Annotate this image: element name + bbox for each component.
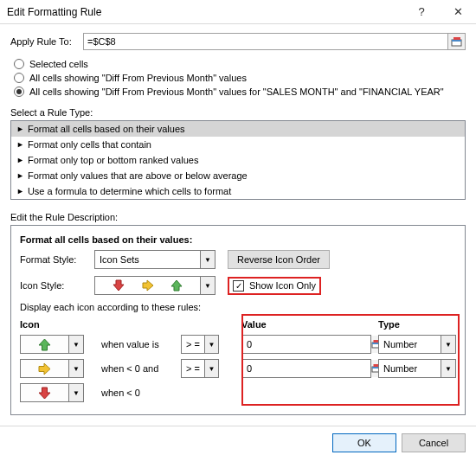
chevron-down-icon[interactable]: ▼ (68, 360, 83, 377)
arrow-down-icon (38, 387, 51, 400)
window-title: Edit Formatting Rule (7, 6, 403, 18)
chevron-down-icon[interactable]: ▼ (68, 384, 83, 401)
col-value-header: Value (241, 319, 371, 330)
chevron-right-icon: ► (16, 156, 24, 164)
col-type-header: Type (378, 319, 456, 330)
format-style-label: Format Style: (20, 254, 94, 265)
rule-type-item[interactable]: ►Use a formula to determine which cells … (11, 183, 465, 199)
arrow-down-icon (113, 279, 125, 292)
chevron-right-icon: ► (16, 125, 24, 133)
value-input[interactable] (241, 359, 371, 378)
icon-picker[interactable]: ▼ (20, 335, 84, 354)
rule-type-item[interactable]: ►Format all cells based on their values (11, 121, 465, 137)
chevron-down-icon[interactable]: ▼ (200, 277, 215, 294)
display-rules-label: Display each icon according to these rul… (20, 302, 456, 312)
rule-type-item[interactable]: ►Format only cells that contain (11, 137, 465, 152)
icon-picker[interactable]: ▼ (20, 359, 84, 378)
edit-rule-desc-label: Edit the Rule Description: (10, 212, 466, 222)
value-input[interactable] (241, 335, 371, 354)
arrow-up-icon (38, 338, 51, 351)
format-style-combo[interactable]: Icon Sets ▼ (94, 250, 215, 269)
apply-rule-label: Apply Rule To: (10, 36, 78, 47)
chevron-down-icon[interactable]: ▼ (441, 336, 455, 353)
radio-all-cells-fields[interactable] (14, 87, 24, 97)
show-icon-only-checkbox[interactable]: ✓ (233, 280, 244, 292)
cancel-button[interactable]: Cancel (402, 433, 466, 452)
svg-rect-1 (452, 40, 461, 42)
radio-label: All cells showing "Diff From Previous Mo… (29, 73, 247, 83)
operator-combo[interactable]: > =▼ (181, 335, 219, 354)
chevron-right-icon: ► (16, 171, 24, 180)
chevron-down-icon[interactable]: ▼ (204, 360, 218, 377)
desc-heading: Format all cells based on their values: (20, 234, 456, 245)
value-field[interactable] (242, 336, 370, 353)
select-rule-type-label: Select a Rule Type: (10, 107, 466, 118)
svg-marker-4 (143, 280, 153, 291)
col-icon-header: Icon (20, 319, 94, 330)
operator-combo[interactable]: > =▼ (181, 359, 219, 378)
apply-rule-input[interactable] (84, 34, 447, 49)
radio-selected-cells[interactable] (14, 59, 24, 69)
chevron-down-icon[interactable]: ▼ (441, 360, 455, 377)
svg-marker-6 (39, 339, 50, 350)
show-icon-only-label: Show Icon Only (249, 280, 316, 291)
range-picker-icon[interactable] (447, 34, 465, 49)
reverse-icon-order-button[interactable]: Reverse Icon Order (228, 250, 330, 269)
arrow-up-icon (170, 279, 183, 292)
icon-style-combo[interactable]: ▼ (94, 276, 215, 295)
help-icon[interactable]: ? (403, 0, 440, 24)
value-field[interactable] (242, 360, 370, 377)
radio-label: Selected cells (29, 59, 88, 69)
radio-all-cells-values[interactable] (14, 73, 24, 83)
chevron-down-icon[interactable]: ▼ (200, 251, 215, 268)
chevron-right-icon: ► (16, 140, 24, 149)
rule-type-item[interactable]: ►Format only values that are above or be… (11, 168, 465, 183)
chevron-right-icon: ► (16, 187, 24, 195)
svg-marker-14 (39, 388, 50, 399)
ok-button[interactable]: OK (332, 433, 396, 452)
rule-text: when < 0 and (101, 363, 174, 374)
rule-text: when value is (101, 339, 174, 349)
type-combo[interactable]: Number▼ (378, 335, 456, 354)
arrow-right-icon (142, 279, 154, 292)
svg-rect-2 (453, 37, 460, 40)
svg-marker-5 (171, 280, 182, 291)
icon-picker[interactable]: ▼ (20, 383, 84, 402)
chevron-down-icon[interactable]: ▼ (204, 336, 218, 353)
icon-style-label: Icon Style: (20, 280, 94, 291)
rule-type-item[interactable]: ►Format only top or bottom ranked values (11, 152, 465, 168)
rule-type-list[interactable]: ►Format all cells based on their values … (10, 120, 466, 200)
close-icon[interactable]: ✕ (440, 0, 476, 24)
type-combo[interactable]: Number▼ (378, 359, 456, 378)
chevron-down-icon[interactable]: ▼ (68, 336, 83, 353)
svg-marker-10 (39, 363, 50, 375)
svg-marker-3 (113, 280, 124, 291)
radio-label: All cells showing "Diff From Previous Mo… (29, 87, 444, 97)
arrow-right-icon (38, 362, 51, 375)
rule-text: when < 0 (101, 388, 174, 398)
